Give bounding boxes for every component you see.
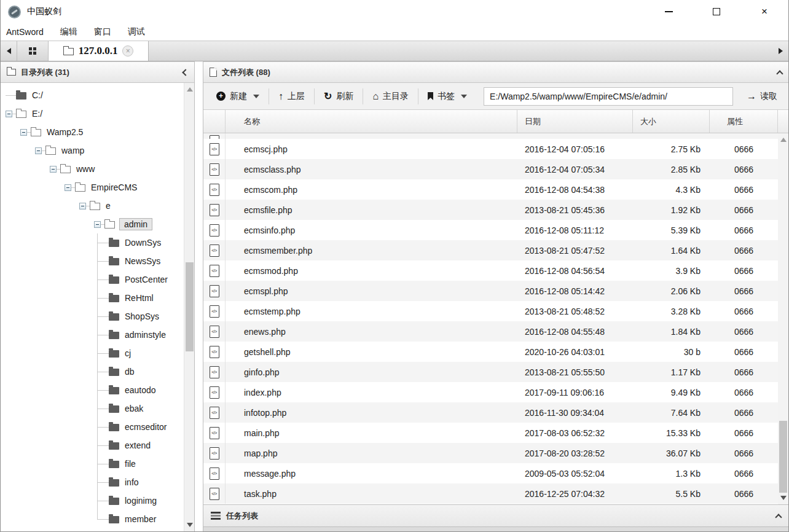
task-list-title: 任务列表 xyxy=(226,510,258,522)
tree-item-e[interactable]: E:/ xyxy=(1,104,194,123)
table-row[interactable]: </>map.php2017-08-20 03:28:5236.07 Kb066… xyxy=(203,443,778,463)
arrow-up-icon: ↑ xyxy=(278,92,283,101)
task-list-bar[interactable]: 任务列表 xyxy=(203,504,788,526)
column-header-icon[interactable] xyxy=(203,110,226,133)
table-row[interactable]: </>ecmsclass.php2016-12-04 07:05:342.85 … xyxy=(203,159,778,179)
file-type-cell: </> xyxy=(203,159,226,179)
file-name: ecmsclass.php xyxy=(226,165,517,174)
file-type-cell: </> xyxy=(203,483,226,504)
table-row[interactable]: </>index.php2017-09-11 09:06:169.49 Kb06… xyxy=(203,382,778,402)
collapse-left-icon[interactable] xyxy=(182,69,189,76)
file-attr: 0666 xyxy=(710,489,778,499)
tree-item-label: ShopSys xyxy=(125,311,159,321)
tree-connector xyxy=(97,519,109,520)
tree-collapse-icon[interactable] xyxy=(6,111,12,117)
refresh-label: 刷新 xyxy=(336,91,353,102)
file-size: 4.3 Kb xyxy=(633,185,710,195)
table-row[interactable]: </>ecmstemp.php2013-08-21 05:48:523.28 K… xyxy=(203,301,778,321)
menu-edit[interactable]: 编辑 xyxy=(60,26,77,37)
table-row[interactable]: </>ecmsmod.php2016-12-08 04:56:543.9 Kb0… xyxy=(203,260,778,281)
table-row[interactable]: </>getshell.php2020-10-26 04:03:0130 b06… xyxy=(203,342,778,362)
file-date: 2017-08-20 03:28:52 xyxy=(517,448,633,458)
tab-close-icon[interactable]: × xyxy=(122,45,133,57)
tab-shell-127-0-0-1[interactable]: 127.0.0.1 × xyxy=(49,41,149,61)
table-row[interactable]: </>enews.php2016-12-08 04:55:481.84 Kb06… xyxy=(203,321,778,342)
file-size: 9.49 Kb xyxy=(633,388,710,397)
tree-collapse-icon[interactable] xyxy=(50,166,57,173)
tree-item-label: adminstyle xyxy=(125,330,166,340)
table-row[interactable]: </>ecmsfile.php2013-08-21 05:45:361.92 K… xyxy=(203,200,778,220)
tab-scroll-right-button[interactable] xyxy=(772,41,788,61)
tree-item-admin[interactable]: admin xyxy=(1,215,194,233)
tree-item-c[interactable]: C:/ xyxy=(1,86,194,104)
tree-collapse-icon[interactable] xyxy=(35,147,42,154)
column-header-date[interactable]: 日期 xyxy=(517,110,633,133)
home-dir-button[interactable]: ⌂ 主目录 xyxy=(363,83,418,109)
tab-overview-button[interactable] xyxy=(17,41,49,61)
table-row[interactable]: </>main.php2017-08-03 06:52:3215.33 Kb06… xyxy=(203,423,778,443)
table-row[interactable]: </>ecmsinfo.php2016-12-08 05:11:125.39 K… xyxy=(203,220,778,240)
read-button[interactable]: → 读取 xyxy=(739,83,785,109)
php-file-icon: </> xyxy=(210,366,219,378)
collapse-up-icon[interactable] xyxy=(776,70,783,77)
tree-collapse-icon[interactable] xyxy=(65,184,71,191)
table-row[interactable]: </>infotop.php2016-11-30 09:34:047.64 Kb… xyxy=(203,402,778,423)
tree-item-e[interactable]: e xyxy=(1,197,194,215)
file-type-cell: </> xyxy=(203,423,226,443)
table-row[interactable]: </>ecmscom.php2016-12-08 04:54:384.3 Kb0… xyxy=(203,179,778,200)
collapse-up-icon[interactable] xyxy=(775,514,782,520)
column-header-name[interactable]: 名称 xyxy=(226,110,517,133)
tree-item-label: PostCenter xyxy=(125,275,168,284)
tree-item-wamp[interactable]: wamp xyxy=(1,141,194,160)
table-row[interactable]: </>task.php2016-12-25 07:04:325.5 Kb0666 xyxy=(203,483,778,504)
close-button[interactable]: × xyxy=(740,0,788,23)
file-table-scrollbar[interactable] xyxy=(778,133,788,504)
file-size: 1.3 Kb xyxy=(633,469,710,479)
column-header-size[interactable]: 大小 xyxy=(633,110,710,133)
file-size: 7.64 Kb xyxy=(633,408,710,418)
minimize-button[interactable] xyxy=(645,0,693,23)
bookmark-button[interactable]: 书签 xyxy=(418,83,476,109)
maximize-button[interactable] xyxy=(693,0,740,23)
menu-antsword[interactable]: AntSword xyxy=(6,27,44,37)
folder-icon xyxy=(109,498,119,505)
file-scrollbar-thumb[interactable] xyxy=(779,421,787,493)
table-row[interactable]: </>ecmsmember.php2013-08-21 05:47:521.64… xyxy=(203,240,778,260)
folder-icon xyxy=(109,516,119,523)
panel-splitter[interactable] xyxy=(195,61,203,531)
table-row[interactable]: </>ecmscj.php2016-12-04 07:05:162.75 Kb0… xyxy=(203,139,778,159)
menu-window[interactable]: 窗口 xyxy=(94,26,111,37)
php-file-icon: </> xyxy=(210,326,219,338)
refresh-button[interactable]: ↻ 刷新 xyxy=(315,83,363,109)
tab-scroll-left-button[interactable] xyxy=(1,41,17,61)
column-header-attr[interactable]: 属性 xyxy=(710,110,778,133)
tree-scrollbar-thumb[interactable] xyxy=(186,262,194,351)
up-level-button[interactable]: ↑ 上层 xyxy=(269,83,314,109)
table-row[interactable]: </>ecmspl.php2016-12-08 05:14:422.06 Kb0… xyxy=(203,281,778,301)
tree-connector xyxy=(97,427,109,428)
path-input[interactable] xyxy=(484,87,733,106)
scroll-down-icon[interactable] xyxy=(187,523,193,527)
table-row[interactable]: </>ginfo.php2013-08-21 05:55:501.17 Kb06… xyxy=(203,362,778,382)
tree-collapse-icon[interactable] xyxy=(94,221,101,228)
tree-item-wamp2-5[interactable]: Wamp2.5 xyxy=(1,123,194,141)
menu-debug[interactable]: 调试 xyxy=(128,26,145,37)
file-name: main.php xyxy=(226,428,517,438)
tree-scrollbar[interactable] xyxy=(184,83,194,531)
file-attr: 0666 xyxy=(710,347,778,357)
tree-item-www[interactable]: www xyxy=(1,160,194,178)
file-date: 2016-12-08 04:56:54 xyxy=(517,266,633,276)
file-type-cell xyxy=(203,133,226,139)
tree-collapse-icon[interactable] xyxy=(20,129,27,136)
file-table-body: </>ecmscj.php2016-12-04 07:05:162.75 Kb0… xyxy=(203,133,788,504)
new-button[interactable]: + 新建 xyxy=(207,83,269,109)
scroll-up-icon[interactable] xyxy=(187,87,193,92)
scroll-up-icon[interactable] xyxy=(780,138,787,142)
tree-item-label: loginimg xyxy=(125,496,157,506)
php-file-icon: </> xyxy=(210,163,219,176)
table-row[interactable]: </>message.php2009-05-03 05:52:041.3 Kb0… xyxy=(203,463,778,483)
scroll-down-icon[interactable] xyxy=(780,496,787,500)
tree-collapse-icon[interactable] xyxy=(79,203,86,209)
tree-item-label: NewsSys xyxy=(125,256,160,266)
tree-item-empirecms[interactable]: EmpireCMS xyxy=(1,178,194,197)
